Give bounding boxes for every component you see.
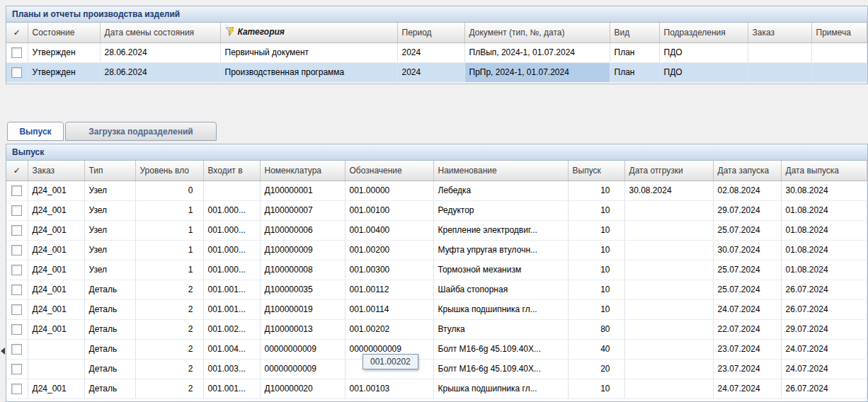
cell-ship-date[interactable] bbox=[624, 359, 713, 379]
cell-level[interactable]: 1 bbox=[135, 240, 203, 260]
col-name[interactable]: Наименование bbox=[433, 161, 568, 180]
cell-type[interactable]: Деталь bbox=[84, 319, 135, 339]
cell-nomenclature[interactable]: 00000000009 bbox=[260, 339, 345, 359]
cell-order[interactable]: Д24_001 bbox=[28, 319, 84, 339]
cell-type[interactable]: Узел bbox=[84, 200, 135, 220]
cell-ship-date[interactable] bbox=[624, 299, 713, 319]
cell-order[interactable] bbox=[748, 62, 811, 82]
cell-release-date[interactable]: 01.08.2024 bbox=[781, 200, 867, 220]
cell-note[interactable] bbox=[811, 42, 867, 62]
cell-name[interactable]: Тормозной механизм bbox=[433, 260, 568, 280]
output-row[interactable]: Д24_001 Узел 0 Д100000001 001.00000 Лебе… bbox=[6, 180, 867, 200]
col-nomenclature[interactable]: Номенклатура bbox=[260, 161, 345, 180]
cell-parent[interactable]: 001.000... bbox=[203, 260, 260, 280]
cell-document-focused[interactable]: ПрПр, 2024-1, 01.07.2024 bbox=[464, 62, 610, 82]
cell-launch-date[interactable]: 24.07.2024 bbox=[713, 299, 781, 319]
cell-type[interactable]: Деталь bbox=[84, 379, 135, 398]
cell-period[interactable]: 2024 bbox=[397, 42, 464, 62]
col-document[interactable]: Документ (тип, №, дата) bbox=[464, 23, 610, 42]
cell-parent[interactable]: 001.002... bbox=[203, 319, 260, 339]
cell-designation[interactable]: 001.00103 bbox=[345, 379, 433, 398]
cell-level[interactable]: 1 bbox=[135, 200, 203, 220]
cell-name[interactable]: Лебедка bbox=[433, 180, 568, 200]
cell-release-date[interactable]: 24.07.2024 bbox=[781, 339, 867, 359]
cell-release-date[interactable]: 30.08.2024 bbox=[781, 180, 867, 200]
cell-release-date[interactable]: 24.07.2024 bbox=[781, 359, 867, 379]
cell-launch-date[interactable]: 25.07.2024 bbox=[713, 280, 781, 299]
col-order[interactable]: Заказ bbox=[748, 23, 811, 42]
col-designation[interactable]: Обозначение bbox=[345, 161, 433, 180]
row-checkbox[interactable] bbox=[11, 304, 22, 315]
plan-row-selected[interactable]: Утвержден 28.06.2024 Производственная пр… bbox=[6, 62, 867, 82]
col-state-date[interactable]: Дата смены состояния bbox=[100, 23, 220, 42]
cell-ship-date[interactable] bbox=[624, 379, 713, 398]
cell-nomenclature[interactable]: Д100000009 bbox=[260, 240, 345, 260]
cell-parent[interactable] bbox=[203, 180, 260, 200]
cell-parent[interactable]: 001.000... bbox=[203, 200, 260, 220]
cell-launch-date[interactable]: 30.07.2024 bbox=[713, 240, 781, 260]
cell-level[interactable]: 2 bbox=[135, 299, 203, 319]
cell-release-date[interactable]: 29.07.2024 bbox=[781, 319, 867, 339]
cell-type[interactable]: Узел bbox=[84, 220, 135, 240]
output-row[interactable]: Д24_001 Деталь 2 001.001... Д100000019 0… bbox=[6, 299, 867, 319]
col-output[interactable]: Выпуск bbox=[568, 161, 624, 180]
cell-launch-date[interactable]: 23.07.2024 bbox=[713, 339, 781, 359]
col-kind[interactable]: Вид bbox=[610, 23, 659, 42]
output-row[interactable]: Д24_001 Деталь 2 001.001... Д100000020 0… bbox=[6, 379, 867, 398]
cell-output[interactable]: 10 bbox=[568, 299, 624, 319]
cell-ship-date[interactable] bbox=[624, 339, 713, 359]
col-period[interactable]: Период bbox=[397, 23, 464, 42]
cell-order[interactable]: Д24_001 bbox=[28, 280, 84, 299]
col-parent[interactable]: Входит в bbox=[203, 161, 260, 180]
cell-designation[interactable]: 001.00114 bbox=[345, 299, 433, 319]
row-checkbox[interactable] bbox=[11, 324, 22, 335]
cell-order[interactable] bbox=[28, 359, 84, 379]
row-checkbox[interactable] bbox=[11, 285, 22, 295]
cell-designation[interactable]: 001.00400 bbox=[345, 220, 433, 240]
cell-nomenclature[interactable]: Д100000020 bbox=[260, 379, 345, 398]
cell-order[interactable]: Д24_001 bbox=[28, 260, 84, 280]
cell-level[interactable]: 1 bbox=[135, 220, 203, 240]
cell-designation[interactable]: 001.00112 bbox=[345, 280, 433, 299]
cell-launch-date[interactable]: 02.08.2024 bbox=[713, 180, 781, 200]
cell-ship-date[interactable] bbox=[624, 240, 713, 260]
cell-note[interactable] bbox=[811, 62, 867, 82]
cell-nomenclature[interactable]: Д100000013 bbox=[260, 319, 345, 339]
select-all-header[interactable]: ✓ bbox=[6, 161, 28, 180]
cell-release-date[interactable]: 26.07.2024 bbox=[781, 299, 867, 319]
cell-category[interactable]: Первичный документ bbox=[220, 42, 397, 62]
row-checkbox[interactable] bbox=[11, 384, 22, 394]
cell-order[interactable]: Д24_001 bbox=[28, 299, 84, 319]
cell-type[interactable]: Деталь bbox=[84, 299, 135, 319]
output-row[interactable]: Д24_001 Деталь 2 001.002... Д100000013 0… bbox=[6, 319, 867, 339]
cell-order[interactable]: Д24_001 bbox=[28, 200, 84, 220]
cell-parent[interactable]: 001.001... bbox=[203, 280, 260, 299]
cell-kind[interactable]: План bbox=[610, 62, 659, 82]
output-row[interactable]: Деталь 2 001.003... 00000000009 Болт М16… bbox=[6, 359, 867, 379]
cell-release-date[interactable]: 01.08.2024 bbox=[781, 260, 867, 280]
cell-designation[interactable]: 001.00200 bbox=[345, 240, 433, 260]
cell-parent[interactable]: 001.001... bbox=[203, 379, 260, 398]
cell-level[interactable]: 2 bbox=[135, 339, 203, 359]
output-row[interactable]: Д24_001 Деталь 2 001.001... Д100000035 0… bbox=[6, 280, 867, 299]
cell-output[interactable]: 10 bbox=[568, 280, 624, 299]
col-state[interactable]: Состояние bbox=[28, 23, 100, 42]
cell-launch-date[interactable]: 29.07.2024 bbox=[713, 200, 781, 220]
cell-name[interactable]: Втулка bbox=[433, 319, 568, 339]
cell-designation[interactable]: 001.00000 bbox=[345, 180, 433, 200]
cell-category[interactable]: Производственная программа bbox=[220, 62, 397, 82]
cell-level[interactable]: 1 bbox=[135, 260, 203, 280]
col-level[interactable]: Уровень вло bbox=[135, 161, 203, 180]
cell-nomenclature[interactable]: Д100000001 bbox=[260, 180, 345, 200]
tab-vypusk[interactable]: Выпуск bbox=[7, 122, 64, 141]
row-checkbox[interactable] bbox=[11, 225, 22, 236]
row-checkbox[interactable] bbox=[11, 185, 22, 196]
col-note[interactable]: Примеча bbox=[811, 23, 867, 42]
cell-division[interactable]: ПДО bbox=[659, 42, 748, 62]
output-row[interactable]: Д24_001 Узел 1 001.000... Д100000009 001… bbox=[6, 240, 867, 260]
cell-order[interactable] bbox=[28, 339, 84, 359]
cell-launch-date[interactable]: 24.07.2024 bbox=[713, 379, 781, 398]
cell-order[interactable] bbox=[748, 42, 811, 62]
cell-order[interactable]: Д24_001 bbox=[28, 180, 84, 200]
row-checkbox[interactable] bbox=[11, 67, 22, 78]
